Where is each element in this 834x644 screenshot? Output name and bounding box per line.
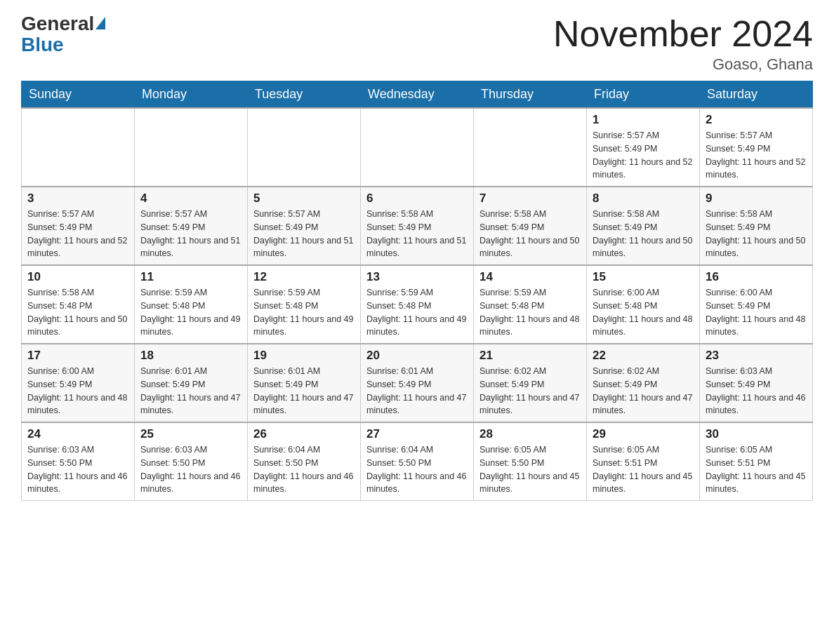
logo-general-text: General [21,14,94,34]
logo: General Blue [21,14,105,56]
calendar-cell [474,108,587,187]
day-info: Sunrise: 6:01 AMSunset: 5:49 PMDaylight:… [366,365,468,417]
week-row-5: 24Sunrise: 6:03 AMSunset: 5:50 PMDayligh… [22,422,813,501]
day-number: 23 [706,349,807,363]
calendar-cell: 4Sunrise: 5:57 AMSunset: 5:49 PMDaylight… [135,187,248,265]
day-number: 26 [253,427,355,441]
calendar-cell: 1Sunrise: 5:57 AMSunset: 5:49 PMDaylight… [587,108,700,187]
day-number: 3 [27,192,128,206]
day-number: 15 [593,270,694,284]
day-info: Sunrise: 5:57 AMSunset: 5:49 PMDaylight:… [140,208,241,260]
calendar-cell: 19Sunrise: 6:01 AMSunset: 5:49 PMDayligh… [248,344,361,422]
day-number: 18 [140,349,241,363]
calendar-cell: 5Sunrise: 5:57 AMSunset: 5:49 PMDaylight… [248,187,361,265]
day-info: Sunrise: 5:57 AMSunset: 5:49 PMDaylight:… [593,129,694,182]
day-number: 25 [140,427,241,441]
calendar-cell: 8Sunrise: 5:58 AMSunset: 5:49 PMDaylight… [587,187,700,265]
day-info: Sunrise: 5:58 AMSunset: 5:49 PMDaylight:… [593,208,694,260]
calendar-cell: 30Sunrise: 6:05 AMSunset: 5:51 PMDayligh… [700,422,813,501]
calendar-cell: 14Sunrise: 5:59 AMSunset: 5:48 PMDayligh… [474,265,587,344]
calendar-cell: 29Sunrise: 6:05 AMSunset: 5:51 PMDayligh… [587,422,700,501]
calendar-cell: 24Sunrise: 6:03 AMSunset: 5:50 PMDayligh… [22,422,135,501]
day-info: Sunrise: 5:57 AMSunset: 5:49 PMDaylight:… [253,208,355,260]
week-row-2: 3Sunrise: 5:57 AMSunset: 5:49 PMDaylight… [22,187,813,265]
logo-arrow-icon [95,17,105,29]
day-number: 16 [706,270,807,284]
day-number: 2 [706,113,807,127]
day-number: 30 [706,427,807,441]
day-number: 1 [593,113,694,127]
week-row-1: 1Sunrise: 5:57 AMSunset: 5:49 PMDaylight… [22,108,813,187]
day-info: Sunrise: 6:00 AMSunset: 5:48 PMDaylight:… [593,286,694,339]
calendar-cell: 28Sunrise: 6:05 AMSunset: 5:50 PMDayligh… [474,422,587,501]
day-info: Sunrise: 6:00 AMSunset: 5:49 PMDaylight:… [706,286,807,339]
day-info: Sunrise: 5:59 AMSunset: 5:48 PMDaylight:… [366,286,468,339]
day-number: 13 [366,270,468,284]
day-info: Sunrise: 6:01 AMSunset: 5:49 PMDaylight:… [253,365,355,417]
weekday-header-sunday: Sunday [22,81,135,109]
weekday-header-saturday: Saturday [700,81,813,109]
week-row-4: 17Sunrise: 6:00 AMSunset: 5:49 PMDayligh… [22,344,813,422]
calendar-cell: 17Sunrise: 6:00 AMSunset: 5:49 PMDayligh… [22,344,135,422]
day-number: 19 [253,349,355,363]
calendar-cell: 21Sunrise: 6:02 AMSunset: 5:49 PMDayligh… [474,344,587,422]
day-info: Sunrise: 5:57 AMSunset: 5:49 PMDaylight:… [706,129,807,182]
day-info: Sunrise: 6:03 AMSunset: 5:50 PMDaylight:… [27,443,128,496]
calendar-cell [361,108,474,187]
day-number: 14 [479,270,581,284]
calendar-cell: 3Sunrise: 5:57 AMSunset: 5:49 PMDaylight… [22,187,135,265]
month-title: November 2024 [553,14,813,54]
day-number: 11 [140,270,241,284]
calendar-cell [135,108,248,187]
day-info: Sunrise: 6:03 AMSunset: 5:49 PMDaylight:… [706,365,807,417]
day-info: Sunrise: 6:05 AMSunset: 5:50 PMDaylight:… [479,443,581,496]
day-number: 27 [366,427,468,441]
day-info: Sunrise: 6:02 AMSunset: 5:49 PMDaylight:… [479,365,581,417]
calendar-cell: 20Sunrise: 6:01 AMSunset: 5:49 PMDayligh… [361,344,474,422]
calendar-cell: 9Sunrise: 5:58 AMSunset: 5:49 PMDaylight… [700,187,813,265]
weekday-header-monday: Monday [135,81,248,109]
calendar-cell: 23Sunrise: 6:03 AMSunset: 5:49 PMDayligh… [700,344,813,422]
day-number: 20 [366,349,468,363]
day-number: 6 [366,192,468,206]
day-info: Sunrise: 6:02 AMSunset: 5:49 PMDaylight:… [593,365,694,417]
day-info: Sunrise: 6:00 AMSunset: 5:49 PMDaylight:… [27,365,128,417]
day-info: Sunrise: 5:59 AMSunset: 5:48 PMDaylight:… [479,286,581,339]
day-info: Sunrise: 6:01 AMSunset: 5:49 PMDaylight:… [140,365,241,417]
day-info: Sunrise: 6:05 AMSunset: 5:51 PMDaylight:… [706,443,807,496]
day-info: Sunrise: 5:58 AMSunset: 5:49 PMDaylight:… [706,208,807,260]
calendar-cell: 7Sunrise: 5:58 AMSunset: 5:49 PMDaylight… [474,187,587,265]
calendar-cell: 6Sunrise: 5:58 AMSunset: 5:49 PMDaylight… [361,187,474,265]
calendar-cell: 27Sunrise: 6:04 AMSunset: 5:50 PMDayligh… [361,422,474,501]
location-label: Goaso, Ghana [553,55,813,74]
day-number: 21 [479,349,581,363]
calendar-cell: 15Sunrise: 6:00 AMSunset: 5:48 PMDayligh… [587,265,700,344]
logo-blue-text: Blue [21,34,64,56]
weekday-header-tuesday: Tuesday [248,81,361,109]
calendar-cell: 10Sunrise: 5:58 AMSunset: 5:48 PMDayligh… [22,265,135,344]
day-info: Sunrise: 6:04 AMSunset: 5:50 PMDaylight:… [366,443,468,496]
calendar-cell: 26Sunrise: 6:04 AMSunset: 5:50 PMDayligh… [248,422,361,501]
calendar-cell: 12Sunrise: 5:59 AMSunset: 5:48 PMDayligh… [248,265,361,344]
day-info: Sunrise: 5:58 AMSunset: 5:49 PMDaylight:… [366,208,468,260]
day-info: Sunrise: 5:57 AMSunset: 5:49 PMDaylight:… [27,208,128,260]
day-number: 12 [253,270,355,284]
week-row-3: 10Sunrise: 5:58 AMSunset: 5:48 PMDayligh… [22,265,813,344]
day-number: 17 [27,349,128,363]
day-number: 24 [27,427,128,441]
calendar-cell: 18Sunrise: 6:01 AMSunset: 5:49 PMDayligh… [135,344,248,422]
day-info: Sunrise: 5:59 AMSunset: 5:48 PMDaylight:… [253,286,355,339]
weekday-header-friday: Friday [587,81,700,109]
day-info: Sunrise: 5:58 AMSunset: 5:49 PMDaylight:… [479,208,581,260]
day-number: 9 [706,192,807,206]
page-header: General Blue November 2024 Goaso, Ghana [21,14,813,74]
day-number: 5 [253,192,355,206]
calendar-cell: 13Sunrise: 5:59 AMSunset: 5:48 PMDayligh… [361,265,474,344]
day-number: 4 [140,192,241,206]
day-info: Sunrise: 6:03 AMSunset: 5:50 PMDaylight:… [140,443,241,496]
day-number: 28 [479,427,581,441]
calendar-cell: 2Sunrise: 5:57 AMSunset: 5:49 PMDaylight… [700,108,813,187]
calendar-cell: 16Sunrise: 6:00 AMSunset: 5:49 PMDayligh… [700,265,813,344]
day-number: 29 [593,427,694,441]
calendar-cell [248,108,361,187]
